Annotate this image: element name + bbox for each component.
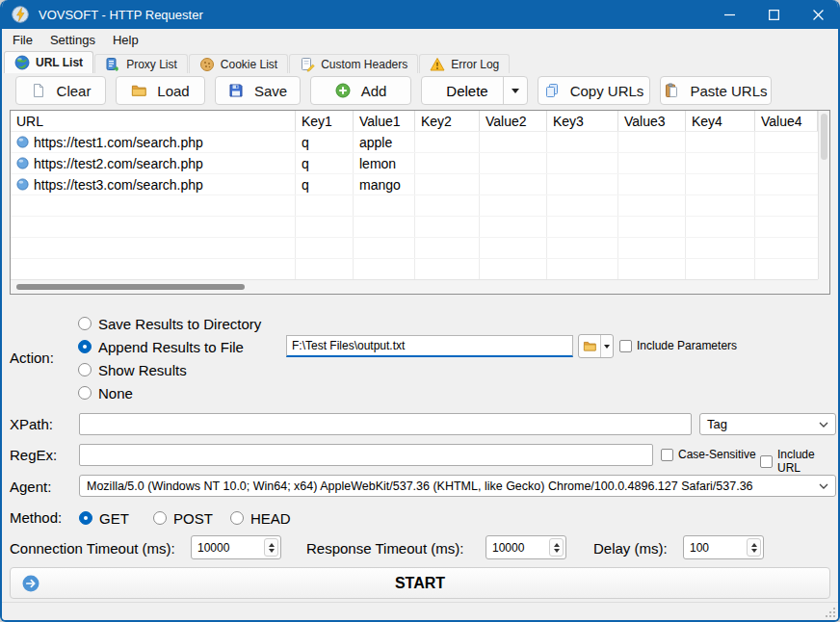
value-cell xyxy=(480,153,547,173)
table-row[interactable]: https://test2.com/search.php q lemon xyxy=(11,153,818,174)
menu-settings[interactable]: Settings xyxy=(41,31,104,49)
radio-get[interactable]: GET xyxy=(79,506,129,530)
delete-dropdown-arrow[interactable] xyxy=(503,77,527,104)
resize-grip[interactable] xyxy=(826,608,835,617)
radio-head[interactable]: HEAD xyxy=(230,506,291,530)
scrollbar-corner xyxy=(818,279,829,294)
delete-split-button: Delete xyxy=(421,76,528,105)
tab-error-log[interactable]: Error Log xyxy=(419,54,510,73)
horizontal-scrollbar-thumb[interactable] xyxy=(16,284,245,290)
tab-proxy-list[interactable]: Proxy List xyxy=(94,54,188,73)
spinner-buttons[interactable] xyxy=(747,538,761,557)
empty-row xyxy=(11,217,818,238)
column-header-key3[interactable]: Key3 xyxy=(547,111,618,131)
agent-combobox[interactable]: Mozilla/5.0 (Windows NT 10.0; Win64; x64… xyxy=(79,475,836,497)
connection-timeout-input[interactable] xyxy=(192,541,264,555)
paste-urls-button[interactable]: Paste URLs xyxy=(660,76,772,105)
status-bar xyxy=(2,602,838,620)
tab-cookie-list[interactable]: Cookie List xyxy=(189,54,288,73)
regex-input[interactable] xyxy=(79,444,653,466)
close-button[interactable] xyxy=(796,0,840,29)
delay-input[interactable] xyxy=(684,541,747,555)
value-cell: lemon xyxy=(354,153,415,173)
action-label: Action: xyxy=(10,350,54,366)
vertical-scrollbar-thumb[interactable] xyxy=(821,114,827,160)
copy-urls-button[interactable]: Copy URLs xyxy=(538,76,650,105)
browse-folder-part[interactable] xyxy=(579,335,600,357)
tab-bar: URL List Proxy List Cookie List Custom H… xyxy=(4,50,838,73)
output-file-input[interactable] xyxy=(286,335,573,357)
menu-file[interactable]: File xyxy=(4,31,41,49)
spinner-buttons[interactable] xyxy=(549,538,564,557)
menu-help[interactable]: Help xyxy=(104,31,147,49)
response-timeout-input[interactable] xyxy=(486,541,549,555)
delete-button[interactable]: Delete xyxy=(422,77,503,104)
table-row[interactable]: https://test1.com/search.php q apple xyxy=(11,132,818,153)
tab-label: URL List xyxy=(36,56,83,69)
url-table: URL Key1 Value1 Key2 Value2 Key3 Value3 … xyxy=(10,110,830,295)
url-cell: https://test2.com/search.php xyxy=(11,153,296,173)
column-header-key2[interactable]: Key2 xyxy=(415,111,480,131)
blank-page-icon xyxy=(31,83,47,98)
radio-icon xyxy=(153,511,167,525)
start-button[interactable]: START xyxy=(10,567,830,599)
value-cell xyxy=(755,153,818,173)
include-url-checkbox[interactable]: Include URL xyxy=(760,448,838,475)
proxy-icon xyxy=(105,57,120,72)
spinner-buttons[interactable] xyxy=(264,538,278,557)
key-cell xyxy=(415,132,480,152)
caret-down-icon xyxy=(512,89,519,93)
radio-none[interactable]: None xyxy=(78,381,261,404)
tab-label: Cookie List xyxy=(221,58,277,71)
spin-up-icon xyxy=(269,543,275,547)
window-title: VOVSOFT - HTTP Requester xyxy=(39,8,203,22)
column-header-key4[interactable]: Key4 xyxy=(686,111,755,131)
column-header-value1[interactable]: Value1 xyxy=(354,111,415,131)
tab-custom-headers[interactable]: Custom Headers xyxy=(289,54,418,73)
key-cell xyxy=(547,153,618,173)
clear-button[interactable]: Clear xyxy=(15,76,106,105)
column-header-key1[interactable]: Key1 xyxy=(296,111,354,131)
column-header-value4[interactable]: Value4 xyxy=(755,111,818,131)
maximize-button[interactable] xyxy=(751,0,796,29)
xpath-mode-select[interactable]: Tag xyxy=(699,413,836,435)
save-button[interactable]: Save xyxy=(215,76,301,105)
value-cell: mango xyxy=(354,174,415,194)
tab-url-list[interactable]: URL List xyxy=(4,51,93,73)
connection-timeout-stepper xyxy=(191,535,281,559)
value-cell xyxy=(618,153,686,173)
column-header-value2[interactable]: Value2 xyxy=(480,111,547,131)
browse-file-button xyxy=(578,334,614,358)
load-button[interactable]: Load xyxy=(116,76,205,105)
table-row[interactable]: https://test3.com/search.php q mango xyxy=(11,174,818,195)
radio-show-results[interactable]: Show Results xyxy=(78,358,261,381)
empty-row xyxy=(11,195,818,217)
horizontal-scrollbar[interactable] xyxy=(11,279,818,294)
column-header-value3[interactable]: Value3 xyxy=(618,111,686,131)
checkbox-icon xyxy=(619,340,632,352)
method-label: Method: xyxy=(10,509,62,526)
url-table-grid: URL Key1 Value1 Key2 Value2 Key3 Value3 … xyxy=(11,111,818,279)
vertical-scrollbar[interactable] xyxy=(818,111,829,279)
chevron-down-icon xyxy=(819,422,828,428)
column-header-url[interactable]: URL xyxy=(11,111,296,131)
radio-append-to-file[interactable]: Append Results to File xyxy=(78,335,261,358)
response-timeout-label: Response Timeout (ms): xyxy=(306,540,463,557)
plus-circle-icon xyxy=(335,83,352,98)
include-parameters-checkbox[interactable]: Include Parameters xyxy=(619,339,737,352)
radio-selected-icon xyxy=(78,340,92,353)
radio-post[interactable]: POST xyxy=(153,506,213,530)
connection-timeout-label: Connection Timeout (ms): xyxy=(10,540,175,557)
delay-stepper xyxy=(683,535,764,559)
empty-row xyxy=(11,259,818,279)
case-sensitive-checkbox[interactable]: Case-Sensitive xyxy=(661,448,756,461)
browse-dropdown-arrow[interactable] xyxy=(600,335,613,357)
xpath-input[interactable] xyxy=(79,413,692,435)
value-cell xyxy=(618,132,686,152)
key-cell xyxy=(415,153,480,173)
key-cell xyxy=(686,132,755,152)
minimize-button[interactable] xyxy=(707,0,751,29)
add-button[interactable]: Add xyxy=(310,76,411,105)
key-cell: q xyxy=(296,153,354,173)
radio-save-to-directory[interactable]: Save Results to Directory xyxy=(78,312,261,335)
